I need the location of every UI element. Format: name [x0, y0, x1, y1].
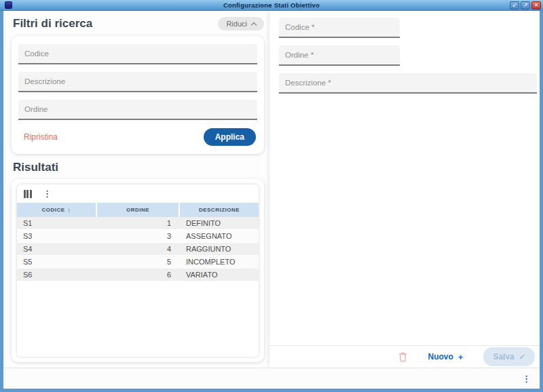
- table-body: S11DEFINITOS33ASSEGNATOS44RAGGIUNTOS55IN…: [17, 217, 259, 357]
- cell-codice: S3: [17, 230, 97, 242]
- save-label: Salva: [493, 352, 514, 361]
- cell-descrizione: VARIATO: [180, 269, 259, 281]
- cell-descrizione: ASSEGNATO: [180, 230, 259, 242]
- filters-header: Filtri di ricerca Riduci: [13, 17, 264, 31]
- table-row[interactable]: S33ASSEGNATO: [17, 230, 259, 243]
- window-title: Configurazione Stati Obiettivo: [0, 1, 543, 9]
- column-header-codice[interactable]: CODICE ↑: [17, 203, 97, 217]
- cell-ordine: 3: [97, 230, 180, 242]
- chevron-up-icon: [251, 22, 257, 27]
- titlebar: Configurazione Stati Obiettivo ↙ ↗ ✕: [0, 0, 543, 11]
- cell-codice: S5: [17, 256, 97, 268]
- new-label: Nuovo: [428, 352, 453, 361]
- table-header-row: CODICE ↑ ORDINE DESCRIZIONE: [17, 203, 259, 217]
- detail-actions: Nuovo + Salva ✓: [269, 345, 540, 368]
- detail-form: [269, 18, 540, 101]
- table-menu-button[interactable]: ⋮: [43, 190, 52, 198]
- main-content: Filtri di ricerca Riduci Ripristina Appl…: [3, 11, 540, 368]
- detail-codice-input[interactable]: [279, 18, 400, 38]
- columns-icon: [24, 190, 32, 198]
- cell-codice: S4: [17, 243, 97, 255]
- results-heading: Risultati: [13, 161, 268, 174]
- new-button[interactable]: Nuovo +: [419, 348, 472, 366]
- search-pane: Filtri di ricerca Riduci Ripristina Appl…: [3, 11, 269, 368]
- filter-ordine-input[interactable]: [18, 100, 257, 120]
- maximize-button[interactable]: ↗: [521, 1, 530, 9]
- delete-button[interactable]: [398, 352, 407, 362]
- results-table: ⋮ CODICE ↑ ORDINE DESCRIZIONE: [17, 184, 259, 357]
- plus-icon: +: [458, 352, 464, 362]
- filters-card: Ripristina Applica: [12, 36, 264, 154]
- collapse-label: Riduci: [226, 20, 247, 28]
- filters-heading: Filtri di ricerca: [13, 17, 92, 31]
- filter-descrizione-input[interactable]: [18, 72, 257, 92]
- collapse-filters-button[interactable]: Riduci: [218, 17, 264, 31]
- apply-filters-button[interactable]: Applica: [204, 128, 256, 146]
- cell-descrizione: DEFINITO: [180, 217, 259, 229]
- footer-bar: ⋮: [3, 368, 540, 389]
- filter-actions: Ripristina Applica: [18, 128, 256, 146]
- filter-codice-input[interactable]: [18, 44, 257, 64]
- table-row[interactable]: S11DEFINITO: [17, 217, 259, 230]
- cell-codice: S1: [17, 217, 97, 229]
- minimize-button[interactable]: ↙: [510, 1, 519, 9]
- trash-icon: [398, 352, 407, 362]
- reset-filters-button[interactable]: Ripristina: [24, 132, 58, 142]
- cell-ordine: 1: [97, 217, 180, 229]
- column-header-descrizione[interactable]: DESCRIZIONE: [180, 203, 259, 217]
- window-controls: ↙ ↗ ✕: [510, 1, 541, 9]
- cell-ordine: 6: [97, 269, 180, 281]
- cell-descrizione: RAGGIUNTO: [180, 243, 259, 255]
- table-row[interactable]: S66VARIATO: [17, 269, 259, 281]
- cell-codice: S6: [17, 269, 97, 281]
- column-header-ordine[interactable]: ORDINE: [97, 203, 180, 217]
- detail-ordine-input[interactable]: [279, 45, 400, 66]
- cell-ordine: 5: [97, 256, 180, 268]
- app-window: Configurazione Stati Obiettivo ↙ ↗ ✕ Fil…: [0, 0, 543, 392]
- footer-menu-button[interactable]: ⋮: [522, 374, 531, 384]
- table-row[interactable]: S44RAGGIUNTO: [17, 243, 259, 256]
- save-button[interactable]: Salva ✓: [483, 347, 535, 366]
- cell-descrizione: INCOMPLETO: [180, 256, 259, 268]
- close-button[interactable]: ✕: [531, 1, 541, 9]
- table-row[interactable]: S55INCOMPLETO: [17, 256, 259, 269]
- table-toolbar: ⋮: [17, 184, 259, 203]
- detail-pane: Nuovo + Salva ✓: [269, 11, 540, 368]
- detail-descrizione-input[interactable]: [279, 73, 537, 94]
- columns-button[interactable]: [24, 190, 32, 198]
- detail-spacer: [269, 101, 540, 345]
- results-card: ⋮ CODICE ↑ ORDINE DESCRIZIONE: [12, 179, 264, 362]
- check-icon: ✓: [519, 353, 525, 361]
- sort-asc-icon: ↑: [68, 207, 71, 214]
- cell-ordine: 4: [97, 243, 180, 255]
